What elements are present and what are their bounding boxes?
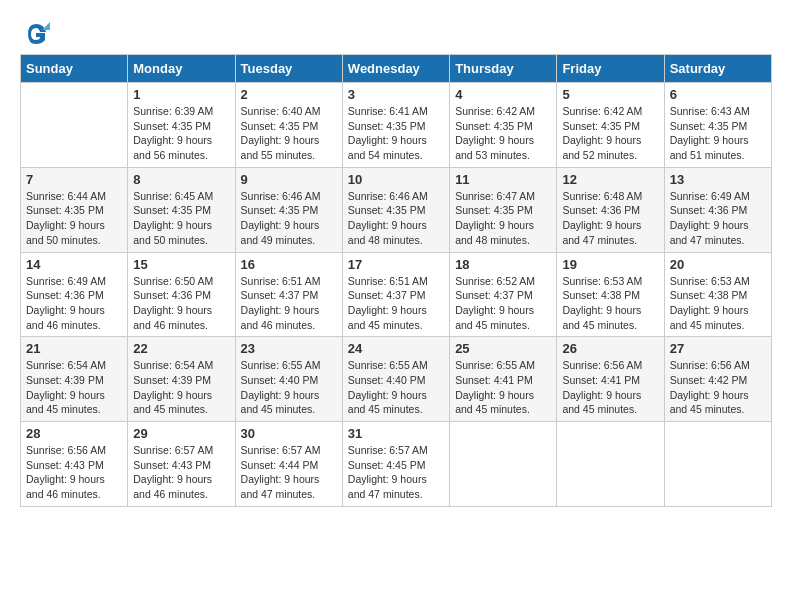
day-number: 27 bbox=[670, 341, 766, 356]
calendar-week-4: 21Sunrise: 6:54 AMSunset: 4:39 PMDayligh… bbox=[21, 337, 772, 422]
weekday-header-saturday: Saturday bbox=[664, 55, 771, 83]
calendar-cell: 11Sunrise: 6:47 AMSunset: 4:35 PMDayligh… bbox=[450, 167, 557, 252]
logo bbox=[20, 20, 50, 44]
day-info: Sunrise: 6:43 AMSunset: 4:35 PMDaylight:… bbox=[670, 104, 766, 163]
day-number: 3 bbox=[348, 87, 444, 102]
calendar-cell: 28Sunrise: 6:56 AMSunset: 4:43 PMDayligh… bbox=[21, 422, 128, 507]
day-number: 13 bbox=[670, 172, 766, 187]
calendar-cell: 21Sunrise: 6:54 AMSunset: 4:39 PMDayligh… bbox=[21, 337, 128, 422]
weekday-header-monday: Monday bbox=[128, 55, 235, 83]
day-number: 17 bbox=[348, 257, 444, 272]
calendar-week-1: 1Sunrise: 6:39 AMSunset: 4:35 PMDaylight… bbox=[21, 83, 772, 168]
calendar-cell: 14Sunrise: 6:49 AMSunset: 4:36 PMDayligh… bbox=[21, 252, 128, 337]
day-number: 14 bbox=[26, 257, 122, 272]
day-info: Sunrise: 6:39 AMSunset: 4:35 PMDaylight:… bbox=[133, 104, 229, 163]
calendar-cell: 31Sunrise: 6:57 AMSunset: 4:45 PMDayligh… bbox=[342, 422, 449, 507]
day-number: 1 bbox=[133, 87, 229, 102]
calendar-cell: 6Sunrise: 6:43 AMSunset: 4:35 PMDaylight… bbox=[664, 83, 771, 168]
day-number: 2 bbox=[241, 87, 337, 102]
day-info: Sunrise: 6:56 AMSunset: 4:41 PMDaylight:… bbox=[562, 358, 658, 417]
calendar-cell: 19Sunrise: 6:53 AMSunset: 4:38 PMDayligh… bbox=[557, 252, 664, 337]
day-info: Sunrise: 6:56 AMSunset: 4:42 PMDaylight:… bbox=[670, 358, 766, 417]
day-number: 10 bbox=[348, 172, 444, 187]
calendar-week-2: 7Sunrise: 6:44 AMSunset: 4:35 PMDaylight… bbox=[21, 167, 772, 252]
calendar-cell bbox=[557, 422, 664, 507]
day-info: Sunrise: 6:40 AMSunset: 4:35 PMDaylight:… bbox=[241, 104, 337, 163]
calendar-cell: 7Sunrise: 6:44 AMSunset: 4:35 PMDaylight… bbox=[21, 167, 128, 252]
day-info: Sunrise: 6:51 AMSunset: 4:37 PMDaylight:… bbox=[241, 274, 337, 333]
day-number: 25 bbox=[455, 341, 551, 356]
day-info: Sunrise: 6:57 AMSunset: 4:43 PMDaylight:… bbox=[133, 443, 229, 502]
calendar-cell: 30Sunrise: 6:57 AMSunset: 4:44 PMDayligh… bbox=[235, 422, 342, 507]
calendar-cell: 23Sunrise: 6:55 AMSunset: 4:40 PMDayligh… bbox=[235, 337, 342, 422]
day-number: 30 bbox=[241, 426, 337, 441]
day-number: 6 bbox=[670, 87, 766, 102]
day-number: 24 bbox=[348, 341, 444, 356]
day-info: Sunrise: 6:54 AMSunset: 4:39 PMDaylight:… bbox=[133, 358, 229, 417]
calendar-cell: 24Sunrise: 6:55 AMSunset: 4:40 PMDayligh… bbox=[342, 337, 449, 422]
day-info: Sunrise: 6:46 AMSunset: 4:35 PMDaylight:… bbox=[241, 189, 337, 248]
day-info: Sunrise: 6:44 AMSunset: 4:35 PMDaylight:… bbox=[26, 189, 122, 248]
calendar-cell bbox=[21, 83, 128, 168]
day-number: 18 bbox=[455, 257, 551, 272]
calendar-cell: 18Sunrise: 6:52 AMSunset: 4:37 PMDayligh… bbox=[450, 252, 557, 337]
day-number: 4 bbox=[455, 87, 551, 102]
day-info: Sunrise: 6:47 AMSunset: 4:35 PMDaylight:… bbox=[455, 189, 551, 248]
weekday-header-thursday: Thursday bbox=[450, 55, 557, 83]
calendar-cell: 17Sunrise: 6:51 AMSunset: 4:37 PMDayligh… bbox=[342, 252, 449, 337]
day-number: 9 bbox=[241, 172, 337, 187]
day-info: Sunrise: 6:42 AMSunset: 4:35 PMDaylight:… bbox=[562, 104, 658, 163]
day-info: Sunrise: 6:54 AMSunset: 4:39 PMDaylight:… bbox=[26, 358, 122, 417]
calendar-cell: 13Sunrise: 6:49 AMSunset: 4:36 PMDayligh… bbox=[664, 167, 771, 252]
calendar-cell: 20Sunrise: 6:53 AMSunset: 4:38 PMDayligh… bbox=[664, 252, 771, 337]
weekday-header-wednesday: Wednesday bbox=[342, 55, 449, 83]
weekday-row: SundayMondayTuesdayWednesdayThursdayFrid… bbox=[21, 55, 772, 83]
calendar-body: 1Sunrise: 6:39 AMSunset: 4:35 PMDaylight… bbox=[21, 83, 772, 507]
calendar-cell: 8Sunrise: 6:45 AMSunset: 4:35 PMDaylight… bbox=[128, 167, 235, 252]
day-info: Sunrise: 6:49 AMSunset: 4:36 PMDaylight:… bbox=[670, 189, 766, 248]
calendar-header: SundayMondayTuesdayWednesdayThursdayFrid… bbox=[21, 55, 772, 83]
day-info: Sunrise: 6:41 AMSunset: 4:35 PMDaylight:… bbox=[348, 104, 444, 163]
day-info: Sunrise: 6:48 AMSunset: 4:36 PMDaylight:… bbox=[562, 189, 658, 248]
weekday-header-tuesday: Tuesday bbox=[235, 55, 342, 83]
calendar-week-5: 28Sunrise: 6:56 AMSunset: 4:43 PMDayligh… bbox=[21, 422, 772, 507]
day-number: 12 bbox=[562, 172, 658, 187]
day-number: 23 bbox=[241, 341, 337, 356]
day-info: Sunrise: 6:49 AMSunset: 4:36 PMDaylight:… bbox=[26, 274, 122, 333]
calendar-cell: 29Sunrise: 6:57 AMSunset: 4:43 PMDayligh… bbox=[128, 422, 235, 507]
day-number: 28 bbox=[26, 426, 122, 441]
day-info: Sunrise: 6:53 AMSunset: 4:38 PMDaylight:… bbox=[562, 274, 658, 333]
day-info: Sunrise: 6:57 AMSunset: 4:44 PMDaylight:… bbox=[241, 443, 337, 502]
calendar-cell: 5Sunrise: 6:42 AMSunset: 4:35 PMDaylight… bbox=[557, 83, 664, 168]
calendar-cell bbox=[664, 422, 771, 507]
day-number: 15 bbox=[133, 257, 229, 272]
calendar-cell: 26Sunrise: 6:56 AMSunset: 4:41 PMDayligh… bbox=[557, 337, 664, 422]
day-info: Sunrise: 6:55 AMSunset: 4:40 PMDaylight:… bbox=[348, 358, 444, 417]
day-number: 22 bbox=[133, 341, 229, 356]
logo-icon bbox=[22, 20, 50, 48]
day-info: Sunrise: 6:46 AMSunset: 4:35 PMDaylight:… bbox=[348, 189, 444, 248]
calendar-week-3: 14Sunrise: 6:49 AMSunset: 4:36 PMDayligh… bbox=[21, 252, 772, 337]
day-number: 11 bbox=[455, 172, 551, 187]
day-number: 5 bbox=[562, 87, 658, 102]
calendar-cell: 25Sunrise: 6:55 AMSunset: 4:41 PMDayligh… bbox=[450, 337, 557, 422]
day-number: 31 bbox=[348, 426, 444, 441]
day-info: Sunrise: 6:45 AMSunset: 4:35 PMDaylight:… bbox=[133, 189, 229, 248]
calendar-cell: 10Sunrise: 6:46 AMSunset: 4:35 PMDayligh… bbox=[342, 167, 449, 252]
day-info: Sunrise: 6:53 AMSunset: 4:38 PMDaylight:… bbox=[670, 274, 766, 333]
page-header bbox=[20, 20, 772, 44]
calendar-cell: 27Sunrise: 6:56 AMSunset: 4:42 PMDayligh… bbox=[664, 337, 771, 422]
day-number: 20 bbox=[670, 257, 766, 272]
calendar-cell: 1Sunrise: 6:39 AMSunset: 4:35 PMDaylight… bbox=[128, 83, 235, 168]
calendar-table: SundayMondayTuesdayWednesdayThursdayFrid… bbox=[20, 54, 772, 507]
day-info: Sunrise: 6:51 AMSunset: 4:37 PMDaylight:… bbox=[348, 274, 444, 333]
day-number: 29 bbox=[133, 426, 229, 441]
calendar-cell: 9Sunrise: 6:46 AMSunset: 4:35 PMDaylight… bbox=[235, 167, 342, 252]
day-info: Sunrise: 6:56 AMSunset: 4:43 PMDaylight:… bbox=[26, 443, 122, 502]
calendar-cell: 3Sunrise: 6:41 AMSunset: 4:35 PMDaylight… bbox=[342, 83, 449, 168]
day-number: 19 bbox=[562, 257, 658, 272]
weekday-header-sunday: Sunday bbox=[21, 55, 128, 83]
weekday-header-friday: Friday bbox=[557, 55, 664, 83]
day-number: 21 bbox=[26, 341, 122, 356]
day-info: Sunrise: 6:55 AMSunset: 4:41 PMDaylight:… bbox=[455, 358, 551, 417]
